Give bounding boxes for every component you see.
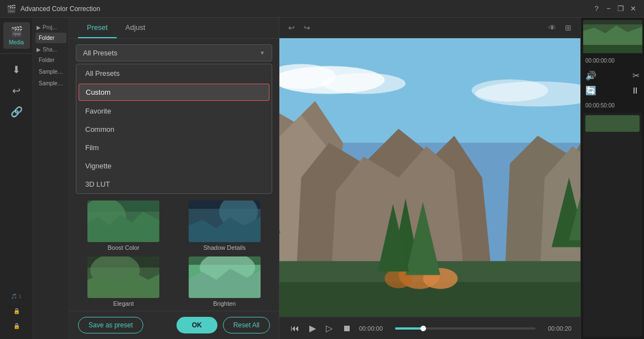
file-item-samplevid[interactable]: Sample Vid... <box>35 78 66 89</box>
video-preview <box>279 38 580 317</box>
tab-adjust[interactable]: Adjust <box>117 18 154 38</box>
menu-item-all-presets[interactable]: All Presets <box>76 64 272 83</box>
file-section-sha[interactable]: ▶ Sha... <box>35 44 66 55</box>
sidebar-item-audio[interactable]: 🎵 1 <box>3 290 30 302</box>
menu-item-common[interactable]: Common <box>76 120 272 138</box>
sidebar-item-link[interactable]: 🔗 <box>3 102 30 121</box>
file-item-folder2[interactable]: Folder <box>35 55 66 65</box>
right-ctrl-row-2: 🔄 ⏸ <box>585 85 640 96</box>
tab-preset[interactable]: Preset <box>78 18 117 38</box>
preset-thumb-brighten <box>189 256 261 298</box>
stop-button[interactable]: ⏹ <box>340 322 354 335</box>
app-icon: 🎬 <box>7 4 16 13</box>
right-thumbnail <box>583 20 642 53</box>
sha-arrow: ▶ <box>37 47 41 53</box>
ok-button[interactable]: OK <box>176 317 217 333</box>
timeline-strip <box>583 113 642 337</box>
right-time-top: 00:00:00:00 <box>583 55 642 66</box>
svg-rect-52 <box>279 282 580 317</box>
window-controls: ? − ❐ ✕ <box>592 4 637 13</box>
sidebar-item-import[interactable]: ⬇ <box>3 60 30 79</box>
minimize-button[interactable]: − <box>604 4 613 13</box>
save-preset-button[interactable]: Save as preset <box>78 317 143 333</box>
dropdown-menu: All Presets Custom Favorite Common Film … <box>76 64 272 194</box>
dialog-title: Advanced Color Correction <box>20 5 100 13</box>
restore-button[interactable]: ❐ <box>616 4 625 13</box>
total-time: 00:00:20 <box>541 325 572 332</box>
right-ctrl-row-1: 🔊 ✂ <box>585 70 640 81</box>
play-alt-button[interactable]: ▷ <box>324 322 335 335</box>
replay-button[interactable]: 🔄 <box>585 85 596 96</box>
preset-thumb-elegant <box>87 256 159 298</box>
proj-arrow: ▶ <box>37 24 41 30</box>
file-panel: ▶ Proj... Folder ▶ Sha... Folder Sample … <box>33 18 69 339</box>
preset-label-shadow-details: Shadow Details <box>204 244 246 251</box>
sidebar-item-lock[interactable]: 🔒 <box>3 305 30 317</box>
sha-label: Sha... <box>43 47 57 53</box>
preset-label-boost-color: Boost Color <box>108 244 139 251</box>
timeline-bar <box>585 115 640 132</box>
preset-item-elegant[interactable]: Elegant <box>76 256 172 307</box>
compare-icon-button[interactable]: ⊞ <box>563 22 574 33</box>
file-item-sampleco[interactable]: Sample Co... <box>35 66 66 77</box>
progress-fill <box>395 327 423 330</box>
right-controls: 🔊 ✂ 🔄 ⏸ <box>583 66 642 100</box>
preset-dropdown-value: All Presets <box>83 49 117 57</box>
import-icon: ⬇ <box>12 64 20 76</box>
menu-item-custom[interactable]: Custom <box>79 84 269 101</box>
volume-button[interactable]: 🔊 <box>585 70 596 81</box>
menu-item-3dlut[interactable]: 3D LUT <box>76 175 272 193</box>
preset-item-shadow-details[interactable]: Shadow Details <box>177 201 273 251</box>
undo-toolbar-button[interactable]: ↩ <box>286 22 297 33</box>
lock2-icon: 🔒 <box>13 323 20 329</box>
toolbar-left-icons: ↩ ↪ <box>286 22 313 33</box>
app-sidebar: 🎬 Media ⬇ ↩ 🔗 🎵 1 🔒 🔒 <box>0 18 33 339</box>
toolbar-right-icons: 👁 ⊞ <box>546 22 574 33</box>
color-correction-dialog: Preset Adjust All Presets ▼ All Presets … <box>69 18 279 339</box>
close-button[interactable]: ✕ <box>629 4 637 13</box>
preset-item-brighten[interactable]: Brighten <box>177 256 273 307</box>
preset-thumb-boost-color <box>87 201 159 242</box>
dropdown-chevron-icon: ▼ <box>259 50 265 56</box>
media-icon: 🎬 <box>11 25 23 38</box>
play-button[interactable]: ▶ <box>307 322 318 335</box>
redo-toolbar-button[interactable]: ↪ <box>302 22 313 33</box>
preset-label-elegant: Elegant <box>113 300 134 307</box>
reset-all-button[interactable]: Reset All <box>223 317 270 333</box>
main-layout: 🎬 Media ⬇ ↩ 🔗 🎵 1 🔒 🔒 ▶ Proj... Folde <box>0 18 644 339</box>
menu-item-film[interactable]: Film <box>76 138 272 157</box>
right-time-bottom: 00:00:50:00 <box>583 100 642 111</box>
sidebar-item-media-label: Media <box>9 39 24 45</box>
lock-icon: 🔒 <box>13 308 20 314</box>
help-button[interactable]: ? <box>592 4 601 13</box>
preview-icon-button[interactable]: 👁 <box>546 22 558 33</box>
progress-bar[interactable] <box>395 327 536 330</box>
preset-dropdown[interactable]: All Presets ▼ <box>76 44 272 61</box>
title-bar-left: 🎬 Advanced Color Correction <box>7 4 100 13</box>
link-icon: 🔗 <box>11 106 23 118</box>
sidebar-item-lock2[interactable]: 🔒 <box>3 320 30 332</box>
video-toolbar: ↩ ↪ 👁 ⊞ <box>279 18 580 38</box>
preset-thumb-shadow-details <box>189 201 261 242</box>
preset-label-brighten: Brighten <box>213 300 236 307</box>
dialog-footer: Save as preset OK Reset All <box>69 311 279 339</box>
pause-button[interactable]: ⏸ <box>631 86 640 96</box>
sidebar-item-undo[interactable]: ↩ <box>3 81 30 100</box>
svg-rect-62 <box>583 45 642 53</box>
sidebar-item-media[interactable]: 🎬 Media <box>3 22 30 49</box>
footer-right-buttons: OK Reset All <box>176 317 270 333</box>
menu-item-vignette[interactable]: Vignette <box>76 157 272 175</box>
file-item-folder[interactable]: Folder <box>35 33 66 43</box>
preset-item-boost-color[interactable]: Boost Color <box>76 201 172 251</box>
svg-point-36 <box>471 79 548 101</box>
menu-item-favorite[interactable]: Favorite <box>76 102 272 120</box>
step-back-button[interactable]: ⏮ <box>288 322 302 335</box>
scissors-button[interactable]: ✂ <box>632 70 640 81</box>
file-section-proj[interactable]: ▶ Proj... <box>35 22 66 33</box>
sidebar-divider <box>0 53 33 54</box>
audio-label: 🎵 1 <box>11 294 22 299</box>
preset-grid: Boost Color Shadow Details <box>69 194 279 311</box>
title-bar: 🎬 Advanced Color Correction ? − ❐ ✕ <box>0 0 644 18</box>
current-time: 00:00:00 <box>359 325 389 332</box>
progress-thumb <box>420 326 426 331</box>
